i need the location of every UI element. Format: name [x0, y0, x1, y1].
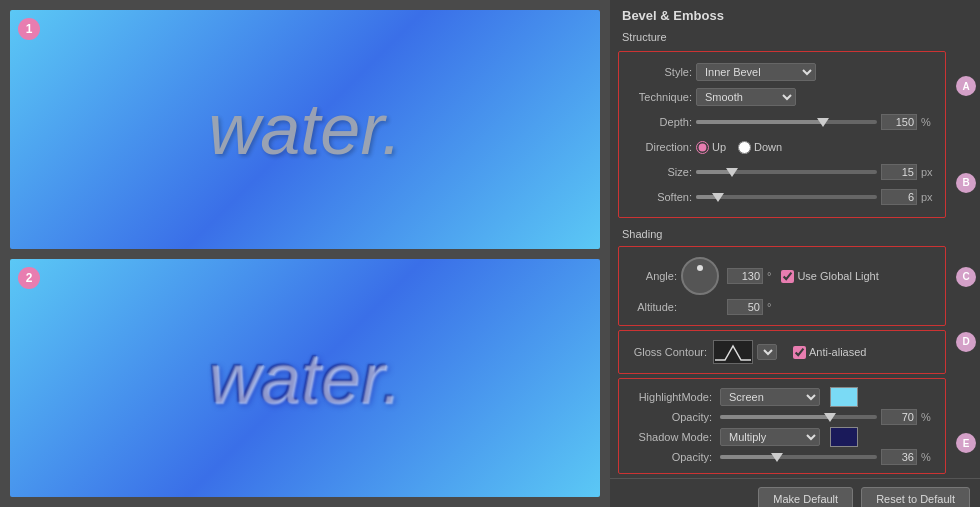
- highlight-opacity-label: Opacity:: [627, 411, 712, 423]
- depth-value-input[interactable]: 150: [881, 114, 917, 130]
- highlight-mode-row: HighlightMode: Screen: [627, 387, 937, 407]
- direction-down-option[interactable]: Down: [738, 141, 782, 154]
- anti-alias-checkbox[interactable]: [793, 346, 806, 359]
- highlight-color-swatch[interactable]: [830, 387, 858, 407]
- global-light-label: Use Global Light: [797, 270, 878, 282]
- technique-label: Technique:: [627, 91, 692, 103]
- depth-row: Depth: 150 %: [627, 111, 937, 133]
- depth-label: Depth:: [627, 116, 692, 128]
- altitude-value-input[interactable]: [727, 299, 763, 315]
- anti-alias-option[interactable]: Anti-aliased: [793, 346, 866, 359]
- shadow-mode-label: Shadow Mode:: [627, 431, 712, 443]
- highlight-mode-select[interactable]: Screen: [720, 388, 820, 406]
- altitude-row: Altitude: °: [627, 299, 937, 315]
- highlight-mode-label: HighlightMode:: [627, 391, 712, 403]
- size-label: Size:: [627, 166, 692, 178]
- technique-select[interactable]: Smooth: [696, 88, 796, 106]
- size-row: Size: 15 px: [627, 161, 937, 183]
- direction-up-option[interactable]: Up: [696, 141, 726, 154]
- contour-svg: [715, 342, 751, 362]
- canvas-2-number: 2: [18, 267, 40, 289]
- canvas-2: 2 water.: [10, 259, 600, 498]
- highlight-opacity-row: Opacity: %: [627, 409, 937, 425]
- badge-d: D: [956, 332, 976, 352]
- depth-slider[interactable]: [696, 120, 877, 124]
- angle-dot: [697, 265, 703, 271]
- shadow-mode-row: Shadow Mode: Multiply: [627, 427, 937, 447]
- size-unit: px: [921, 166, 937, 178]
- reset-default-button[interactable]: Reset to Default: [861, 487, 970, 507]
- shadow-opacity-input[interactable]: [881, 449, 917, 465]
- shadow-opacity-slider[interactable]: [720, 455, 877, 459]
- direction-down-label: Down: [754, 141, 782, 153]
- altitude-label: Altitude:: [627, 301, 677, 313]
- shadow-opacity-unit: %: [921, 451, 937, 463]
- bottom-buttons: Make Default Reset to Default: [610, 478, 980, 507]
- soften-unit: px: [921, 191, 937, 203]
- angle-degree: °: [767, 270, 771, 282]
- contour-select[interactable]: [757, 344, 777, 360]
- shadow-opacity-row: Opacity: %: [627, 449, 937, 465]
- shadow-mode-select[interactable]: Multiply: [720, 428, 820, 446]
- badge-a: A: [956, 76, 976, 96]
- soften-row: Soften: 6 px: [627, 186, 937, 208]
- shadow-opacity-label: Opacity:: [627, 451, 712, 463]
- direction-up-label: Up: [712, 141, 726, 153]
- contour-preview[interactable]: [713, 340, 753, 364]
- structure-section: Style: Inner Bevel Technique: Smooth Dep…: [618, 51, 946, 218]
- gloss-section: Gloss Contour: Anti-aliased: [618, 330, 946, 374]
- shading-angle-section: Angle: ° Use Global Light: [618, 246, 946, 326]
- panel-title: Bevel & Emboss: [610, 0, 980, 27]
- style-row: Style: Inner Bevel: [627, 61, 937, 83]
- shadow-color-swatch[interactable]: [830, 427, 858, 447]
- canvas-2-bg: water.: [10, 259, 600, 498]
- right-panel: Bevel & Emboss Structure Style: Inner Be…: [610, 0, 980, 507]
- canvas-1-number: 1: [18, 18, 40, 40]
- badge-c: C: [956, 267, 976, 287]
- direction-label: Direction:: [627, 141, 692, 153]
- angle-wheel[interactable]: [681, 257, 719, 295]
- angle-value-input[interactable]: [727, 268, 763, 284]
- technique-row: Technique: Smooth: [627, 86, 937, 108]
- canvas-2-text: water.: [208, 337, 401, 419]
- global-light-checkbox[interactable]: [781, 270, 794, 283]
- soften-value-input[interactable]: 6: [881, 189, 917, 205]
- soften-label: Soften:: [627, 191, 692, 203]
- angle-label: Angle:: [627, 270, 677, 282]
- highlight-opacity-unit: %: [921, 411, 937, 423]
- style-label: Style:: [627, 66, 692, 78]
- left-panel: 1 water. 2 water.: [0, 0, 610, 507]
- altitude-degree: °: [767, 301, 771, 313]
- shading-label: Shading: [610, 222, 980, 242]
- soften-slider[interactable]: [696, 195, 877, 199]
- canvas-1-bg: water.: [10, 10, 600, 249]
- canvas-1-text: water.: [208, 88, 401, 170]
- global-light-option[interactable]: Use Global Light: [781, 270, 878, 283]
- direction-up-radio[interactable]: [696, 141, 709, 154]
- size-slider[interactable]: [696, 170, 877, 174]
- direction-row: Direction: Up Down: [627, 136, 937, 158]
- direction-down-radio[interactable]: [738, 141, 751, 154]
- depth-unit: %: [921, 116, 937, 128]
- badge-e: E: [956, 433, 976, 453]
- gloss-contour-label: Gloss Contour:: [627, 346, 707, 358]
- anti-alias-label: Anti-aliased: [809, 346, 866, 358]
- style-select[interactable]: Inner Bevel: [696, 63, 816, 81]
- highlight-opacity-slider[interactable]: [720, 415, 877, 419]
- badge-b: B: [956, 173, 976, 193]
- canvas-1: 1 water.: [10, 10, 600, 249]
- size-value-input[interactable]: 15: [881, 164, 917, 180]
- structure-label: Structure: [610, 27, 980, 47]
- highlight-shadow-section: HighlightMode: Screen Opacity:: [618, 378, 946, 474]
- angle-row: Angle: ° Use Global Light: [627, 257, 937, 295]
- highlight-opacity-input[interactable]: [881, 409, 917, 425]
- make-default-button[interactable]: Make Default: [758, 487, 853, 507]
- gloss-row: Gloss Contour: Anti-aliased: [627, 337, 937, 367]
